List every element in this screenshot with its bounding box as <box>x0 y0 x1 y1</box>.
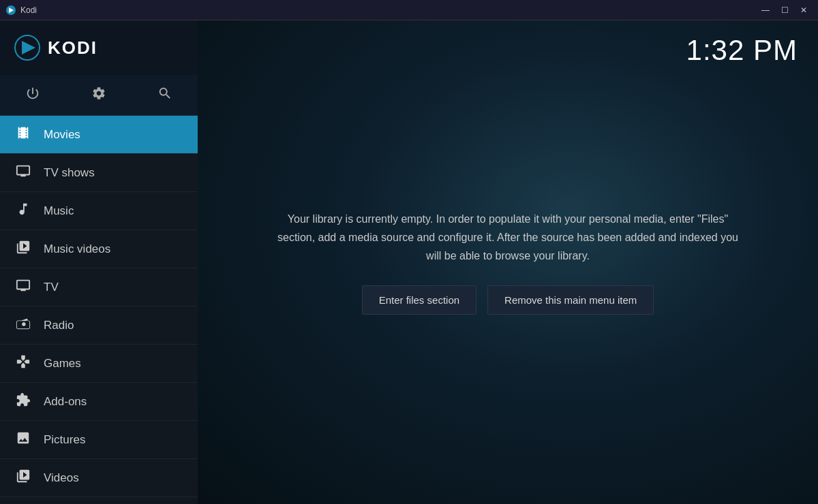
settings-button[interactable] <box>80 80 117 110</box>
sidebar-item-music-label: Music <box>44 204 74 218</box>
enter-files-button[interactable]: Enter files section <box>362 285 476 315</box>
sidebar-item-add-ons[interactable]: Add-ons <box>0 383 198 421</box>
sidebar-toolbar <box>0 75 198 116</box>
sidebar-item-games[interactable]: Games <box>0 345 198 383</box>
library-message: Your library is currently empty. In orde… <box>269 210 746 266</box>
add-ons-icon <box>14 392 33 411</box>
tv-icon <box>14 278 33 296</box>
sidebar-item-games-label: Games <box>44 357 81 371</box>
sidebar-item-videos-label: Videos <box>44 471 79 485</box>
sidebar-item-movies-label: Movies <box>44 128 80 142</box>
sidebar-item-radio-label: Radio <box>44 319 74 332</box>
kodi-logo-text: KODI <box>48 37 97 59</box>
videos-icon <box>14 469 33 487</box>
sidebar-item-tv-shows[interactable]: TV shows <box>0 154 198 192</box>
svg-marker-3 <box>22 41 35 54</box>
app-body: KODI Movies <box>0 20 818 504</box>
content-center: Your library is currently empty. In orde… <box>198 20 818 504</box>
power-button[interactable] <box>14 80 51 110</box>
sidebar-item-pictures-label: Pictures <box>44 433 85 447</box>
sidebar-item-tv[interactable]: TV <box>0 268 198 306</box>
remove-menu-item-button[interactable]: Remove this main menu item <box>487 285 654 315</box>
kodi-logo-icon <box>14 34 41 61</box>
sidebar-item-videos[interactable]: Videos <box>0 459 198 497</box>
sidebar-item-tv-shows-label: TV shows <box>44 166 95 180</box>
maximize-button[interactable]: ☐ <box>776 3 793 17</box>
titlebar: Kodi — ☐ ✕ <box>0 0 818 20</box>
radio-icon <box>14 316 33 334</box>
sidebar-item-add-ons-label: Add-ons <box>44 395 87 409</box>
titlebar-controls: — ☐ ✕ <box>757 3 813 17</box>
games-icon <box>14 354 33 373</box>
search-button[interactable] <box>147 80 183 110</box>
main-content: 1:32 PM Your library is currently empty.… <box>198 20 818 504</box>
sidebar-header: KODI <box>0 20 198 75</box>
sidebar-item-music[interactable]: Music <box>0 192 198 230</box>
tv-shows-icon <box>14 163 33 182</box>
sidebar-item-pictures[interactable]: Pictures <box>0 421 198 459</box>
sidebar-item-music-videos-label: Music videos <box>44 242 110 256</box>
close-button[interactable]: ✕ <box>795 3 813 17</box>
sidebar-item-movies[interactable]: Movies <box>0 116 198 154</box>
kodi-logo: KODI <box>14 34 97 61</box>
minimize-button[interactable]: — <box>757 3 774 17</box>
music-icon <box>14 202 33 220</box>
action-buttons: Enter files section Remove this main men… <box>362 285 654 315</box>
titlebar-title: Kodi <box>20 5 37 15</box>
sidebar-item-radio[interactable]: Radio <box>0 306 198 345</box>
sidebar-item-tv-label: TV <box>44 281 59 294</box>
sidebar-item-music-videos[interactable]: Music videos <box>0 230 198 268</box>
music-videos-icon <box>14 240 33 258</box>
movies-icon <box>14 125 33 144</box>
titlebar-left: Kodi <box>5 5 37 16</box>
clock: 1:32 PM <box>686 34 798 67</box>
sidebar-menu: Movies TV shows Music Music videos <box>0 116 198 504</box>
sidebar: KODI Movies <box>0 20 198 504</box>
pictures-icon <box>14 430 33 449</box>
kodi-favicon-icon <box>5 5 16 16</box>
